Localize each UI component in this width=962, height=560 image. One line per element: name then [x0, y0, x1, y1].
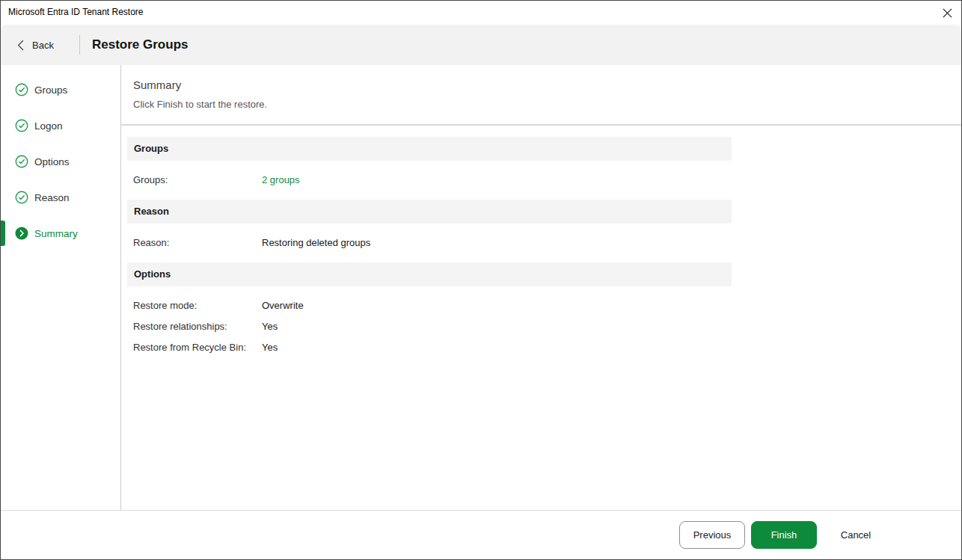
- sidebar-item-options[interactable]: Options: [1, 144, 120, 179]
- row-value: Yes: [262, 337, 278, 358]
- sidebar-item-label: Options: [34, 156, 70, 167]
- page-title: Restore Groups: [92, 25, 188, 65]
- back-button-label: Back: [32, 40, 54, 51]
- step-subheading: Click Finish to start the restore.: [133, 99, 267, 110]
- check-circle-icon: [15, 119, 28, 132]
- summary-row: Groups: 2 groups: [127, 170, 732, 191]
- wizard-header: Back Restore Groups: [1, 25, 961, 65]
- row-label: Restore mode:: [127, 295, 262, 316]
- step-heading: Summary: [133, 79, 181, 91]
- previous-button[interactable]: Previous: [679, 521, 745, 549]
- cancel-button[interactable]: Cancel: [823, 521, 889, 549]
- section-rows: Restore mode: Overwrite Restore relation…: [127, 295, 732, 358]
- row-value: Restoring deleted groups: [262, 233, 370, 253]
- sidebar-item-label: Groups: [34, 84, 67, 96]
- summary-row: Restore mode: Overwrite: [127, 295, 732, 316]
- sidebar-item-label: Logon: [34, 120, 63, 132]
- window-title: Microsoft Entra ID Tenant Restore: [8, 7, 144, 17]
- row-label: Restore from Recycle Bin:: [127, 337, 262, 358]
- sidebar-item-reason[interactable]: Reason: [1, 179, 120, 215]
- arrow-circle-icon: [15, 227, 28, 240]
- window-titlebar: Microsoft Entra ID Tenant Restore: [1, 1, 961, 25]
- summary-row: Reason: Restoring deleted groups: [127, 233, 732, 253]
- summary-row: Restore relationships: Yes: [127, 316, 732, 337]
- section-header-reason: Reason: [127, 200, 732, 224]
- sidebar-item-summary[interactable]: Summary: [1, 215, 120, 251]
- check-circle-icon: [15, 191, 28, 204]
- row-label: Groups:: [127, 170, 262, 191]
- check-circle-icon: [15, 83, 28, 96]
- active-step-indicator: [1, 221, 5, 246]
- close-icon: [943, 8, 952, 18]
- header-divider: [79, 35, 80, 55]
- chevron-left-icon: [17, 40, 24, 51]
- section-rows: Reason: Restoring deleted groups: [127, 233, 732, 253]
- summary-sections: Groups Groups: 2 groups Reason Reason: R…: [127, 137, 732, 367]
- section-header-groups: Groups: [127, 137, 732, 161]
- summary-row: Restore from Recycle Bin: Yes: [127, 337, 732, 358]
- summary-step-content: Summary Click Finish to start the restor…: [121, 65, 961, 510]
- sidebar-item-label: Reason: [34, 192, 70, 203]
- row-value: Overwrite: [262, 295, 304, 316]
- wizard-steps-sidebar: Groups Logon Options Reason Summary: [1, 65, 120, 510]
- section-header-options: Options: [127, 262, 732, 286]
- close-button[interactable]: [939, 4, 955, 21]
- finish-button[interactable]: Finish: [751, 521, 817, 549]
- row-label: Reason:: [127, 233, 262, 253]
- groups-count-link[interactable]: 2 groups: [262, 170, 300, 191]
- content-divider: [121, 124, 961, 126]
- sidebar-item-logon[interactable]: Logon: [1, 108, 120, 144]
- wizard-footer: Previous Finish Cancel: [1, 511, 961, 559]
- row-value: Yes: [262, 316, 278, 337]
- row-label: Restore relationships:: [127, 316, 262, 337]
- section-rows: Groups: 2 groups: [127, 170, 732, 191]
- check-circle-icon: [15, 155, 28, 168]
- sidebar-item-groups[interactable]: Groups: [1, 72, 120, 108]
- sidebar-item-label: Summary: [34, 228, 78, 239]
- back-button[interactable]: Back: [17, 25, 54, 65]
